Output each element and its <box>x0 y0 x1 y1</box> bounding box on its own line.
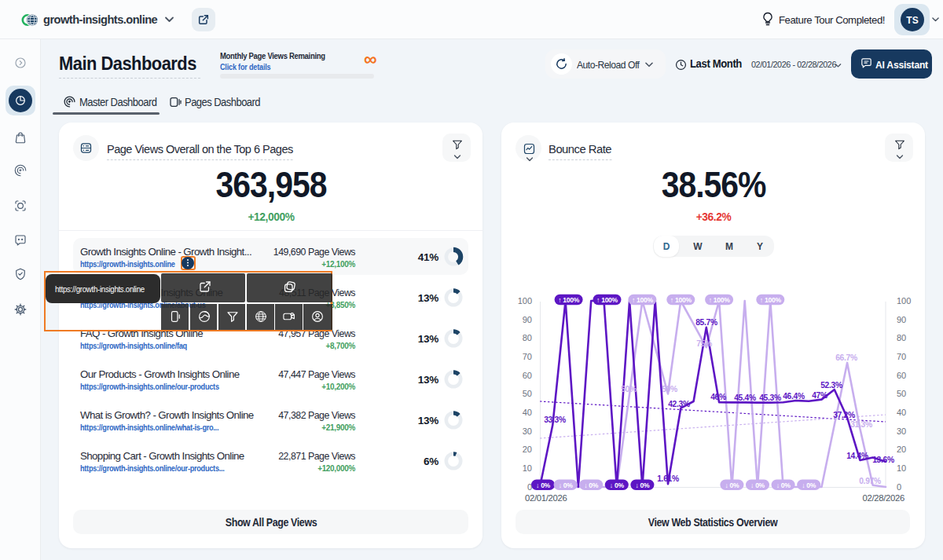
svg-text:20: 20 <box>897 445 906 454</box>
svg-text:↓ 0%: ↓ 0% <box>559 481 574 489</box>
svg-text:↑ 100%: ↑ 100% <box>670 296 692 304</box>
svg-text:10: 10 <box>523 463 532 473</box>
svg-text:90: 90 <box>523 315 532 324</box>
svg-text:37.2%: 37.2% <box>833 411 855 419</box>
svg-text:↑ 100%: ↑ 100% <box>558 296 580 304</box>
svg-text:46%: 46% <box>710 393 726 401</box>
svg-text:45.3%: 45.3% <box>759 393 781 402</box>
svg-text:↓ 0%: ↓ 0% <box>750 481 765 489</box>
svg-text:↓ 0%: ↓ 0% <box>776 481 791 489</box>
svg-text:75%: 75% <box>696 339 712 348</box>
svg-text:46.4%: 46.4% <box>783 392 805 401</box>
svg-text:↓ 0%: ↓ 0% <box>635 481 650 489</box>
svg-text:↓ 0%: ↓ 0% <box>802 481 816 489</box>
svg-text:100: 100 <box>518 296 532 306</box>
svg-text:40: 40 <box>523 408 532 417</box>
svg-text:10: 10 <box>897 463 906 473</box>
svg-text:30: 30 <box>897 426 906 436</box>
svg-text:45.4%: 45.4% <box>734 393 756 402</box>
svg-text:60: 60 <box>897 371 906 380</box>
svg-text:52.3%: 52.3% <box>820 381 842 390</box>
svg-text:↑ 100%: ↑ 100% <box>596 296 618 304</box>
svg-text:↓ 0%: ↓ 0% <box>725 481 739 489</box>
svg-text:↑ 100%: ↑ 100% <box>632 296 654 304</box>
svg-text:0.97%: 0.97% <box>859 477 881 485</box>
svg-text:02/01/2026: 02/01/2026 <box>525 493 567 503</box>
svg-text:14.4%: 14.4% <box>846 452 868 460</box>
svg-text:0: 0 <box>527 482 532 492</box>
svg-text:20: 20 <box>523 445 532 454</box>
svg-text:0: 0 <box>897 482 901 492</box>
svg-text:50%: 50% <box>621 385 637 393</box>
svg-text:50: 50 <box>897 389 906 398</box>
svg-text:90: 90 <box>897 315 906 324</box>
svg-text:↓ 0%: ↓ 0% <box>536 481 551 489</box>
svg-text:70: 70 <box>897 352 906 361</box>
svg-text:80: 80 <box>897 333 906 342</box>
svg-text:↑ 100%: ↑ 100% <box>709 296 731 304</box>
svg-text:80: 80 <box>523 333 532 342</box>
svg-text:↓ 0%: ↓ 0% <box>584 481 599 489</box>
svg-text:47%: 47% <box>812 391 827 400</box>
svg-text:100: 100 <box>897 296 911 306</box>
svg-text:30: 30 <box>523 426 532 436</box>
svg-text:33.3%: 33.3% <box>544 415 566 424</box>
svg-text:↑ 100%: ↑ 100% <box>760 296 782 304</box>
svg-text:02/28/2026: 02/28/2026 <box>862 493 904 503</box>
svg-text:40: 40 <box>897 408 906 417</box>
svg-text:66.7%: 66.7% <box>835 353 857 362</box>
svg-text:↓ 0%: ↓ 0% <box>610 481 625 489</box>
svg-text:13.6%: 13.6% <box>872 456 894 464</box>
svg-text:60: 60 <box>523 371 532 380</box>
svg-text:50%: 50% <box>662 385 677 393</box>
svg-text:1.61%: 1.61% <box>657 474 679 483</box>
svg-text:85.7%: 85.7% <box>695 318 717 327</box>
svg-text:70: 70 <box>523 352 532 361</box>
svg-text:50: 50 <box>523 389 532 398</box>
svg-text:42.3%: 42.3% <box>668 400 690 408</box>
svg-text:31.3%: 31.3% <box>850 420 872 429</box>
